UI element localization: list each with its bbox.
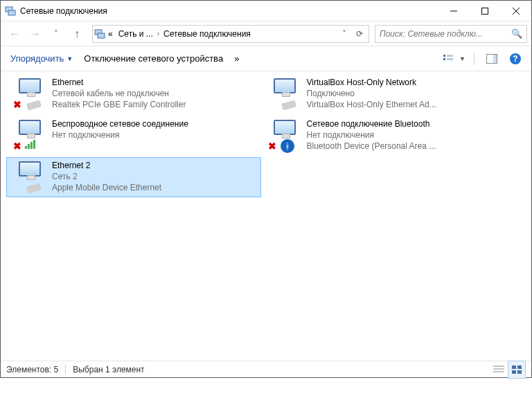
connection-item[interactable]: VirtualBox Host-Only NetworkПодключеноVi… (261, 74, 516, 114)
status-bar: Элементов: 5 Выбран 1 элемент (1, 361, 531, 377)
command-bar: Упорядочить ▼ Отключение сетевого устрой… (1, 46, 531, 71)
svg-rect-11 (447, 58, 453, 60)
connection-device: Apple Mobile Device Ethernet (52, 182, 239, 193)
address-dropdown-icon[interactable]: ˅ (337, 26, 352, 42)
network-adapter-icon: ✖ (10, 118, 51, 153)
search-box[interactable]: 🔍 (375, 25, 527, 43)
app-icon (5, 6, 16, 17)
connection-status: Подключено (307, 88, 512, 99)
window: Сетевые подключения ← → ˅ ↑ « Сеть и ...… (0, 0, 532, 378)
item-count: Элементов: 5 (6, 365, 58, 374)
recent-dropdown[interactable]: ˅ (46, 25, 66, 43)
connection-status: Нет подключения (307, 129, 512, 141)
connection-name: Беспроводное сетевое соединение (52, 118, 257, 129)
svg-rect-10 (443, 58, 445, 60)
address-bar[interactable]: « Сеть и ... › Сетевые подключения ˅ ⟳ (92, 25, 369, 43)
breadcrumb-part1[interactable]: Сеть и ... (116, 29, 156, 39)
chevron-down-icon[interactable]: ▼ (459, 55, 466, 62)
svg-rect-13 (493, 55, 497, 63)
nav-row: ← → ˅ ↑ « Сеть и ... › Сетевые подключен… (1, 21, 531, 46)
svg-rect-20 (517, 365, 522, 369)
connection-name: VirtualBox Host-Only Network (307, 77, 512, 88)
details-view-button[interactable] (490, 361, 508, 379)
network-adapter-icon (265, 77, 305, 111)
selection-count: Выбран 1 элемент (73, 365, 144, 374)
connection-status: Нет подключения (52, 129, 257, 141)
search-input[interactable] (380, 29, 508, 39)
connection-status: Сетевой кабель не подключен (52, 88, 257, 99)
forward-button[interactable]: → (26, 25, 45, 43)
svg-rect-19 (512, 365, 516, 369)
disconnect-button[interactable]: Отключение сетевого устройства (81, 52, 226, 65)
more-commands-button[interactable]: » (231, 52, 242, 65)
connection-name: Ethernet 2 (52, 160, 257, 171)
breadcrumb-part2[interactable]: Сетевые подключения (161, 29, 254, 39)
window-title: Сетевые подключения (20, 6, 438, 16)
svg-rect-3 (481, 8, 488, 14)
connection-item[interactable]: ᚼ✖Сетевое подключение BluetoothНет подкл… (261, 116, 516, 156)
connection-status: Сеть 2 (52, 171, 257, 182)
svg-text:?: ? (513, 54, 517, 64)
maximize-button[interactable] (469, 1, 500, 21)
connection-name: Ethernet (52, 77, 257, 88)
up-button[interactable]: ↑ (67, 25, 87, 43)
connection-list: ✖EthernetСетевой кабель не подключенReal… (1, 71, 531, 361)
svg-rect-8 (443, 55, 445, 57)
titlebar: Сетевые подключения (1, 1, 531, 21)
search-icon[interactable]: 🔍 (511, 28, 522, 39)
back-button[interactable]: ← (5, 25, 24, 43)
network-adapter-icon: ᚼ✖ (265, 118, 305, 153)
address-icon (94, 28, 105, 39)
svg-rect-21 (512, 370, 516, 374)
svg-rect-7 (98, 33, 105, 38)
disconnect-label: Отключение сетевого устройства (84, 53, 223, 64)
organize-button[interactable]: Упорядочить ▼ (8, 52, 76, 65)
preview-pane-button[interactable] (483, 50, 501, 68)
connection-item[interactable]: ✖Беспроводное сетевое соединениеНет подк… (6, 116, 261, 156)
minimize-button[interactable] (438, 1, 469, 21)
large-icons-view-button[interactable] (508, 361, 526, 379)
connection-device: Bluetooth Device (Personal Area ... (307, 141, 494, 152)
chevron-down-icon: ▼ (66, 55, 73, 62)
connection-device: Realtek PCIe GBE Family Controller (52, 99, 239, 110)
help-button[interactable]: ? (506, 50, 524, 68)
more-label: » (234, 53, 239, 64)
breadcrumb-sep1[interactable]: › (156, 30, 161, 37)
connection-item[interactable]: Ethernet 2Сеть 2Apple Mobile Device Ethe… (6, 157, 261, 197)
network-adapter-icon (10, 160, 51, 195)
connection-name: Сетевое подключение Bluetooth (307, 118, 512, 129)
network-adapter-icon: ✖ (10, 77, 51, 111)
connection-device: VirtualBox Host-Only Ethernet Ad... (307, 99, 494, 110)
view-options-button[interactable] (440, 50, 458, 68)
close-button[interactable] (500, 1, 531, 21)
svg-rect-9 (447, 55, 453, 57)
connection-item[interactable]: ✖EthernetСетевой кабель не подключенReal… (6, 74, 261, 114)
breadcrumb-prefix: « (105, 29, 116, 39)
refresh-button[interactable]: ⟳ (352, 26, 367, 42)
svg-rect-22 (517, 370, 522, 374)
organize-label: Упорядочить (10, 53, 64, 64)
svg-rect-1 (8, 10, 15, 15)
